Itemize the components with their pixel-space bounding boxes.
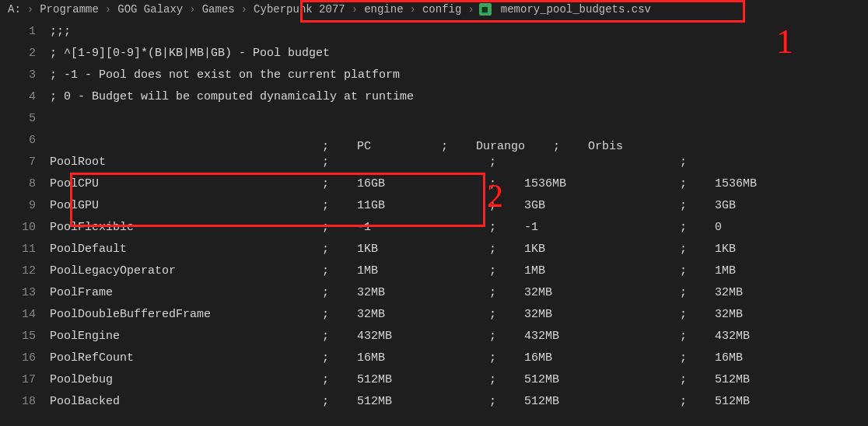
line-number: 5 (0, 112, 50, 125)
chevron-right-icon: › (27, 3, 33, 16)
table-row[interactable]: PoolFrame; 32MB; 32MB; 32MB (50, 286, 868, 299)
code-line[interactable]: ; -1 - Pool does not exist on the curren… (50, 68, 868, 82)
breadcrumb-games[interactable]: Games (201, 3, 236, 16)
pool-orbis: 0 (715, 221, 722, 234)
code-line-header[interactable]: ; PC ; Durango ; Orbis (50, 127, 868, 153)
pool-name: PoolGPU (50, 199, 99, 212)
breadcrumb-engine[interactable]: engine (362, 3, 404, 16)
pool-durango: 1MB (524, 264, 545, 278)
pool-name: PoolCPU (50, 177, 99, 190)
line-number: 16 (0, 351, 50, 365)
pool-pc: 16MB (357, 351, 385, 365)
pool-pc: 32MB (357, 286, 385, 299)
table-row[interactable]: PoolDebug; 512MB; 512MB; 512MB (50, 373, 868, 386)
line-number: 4 (0, 90, 50, 103)
pool-durango: 16MB (524, 351, 552, 365)
line-number-gutter: 1 2 3 4 5 6 7 8 9 10 11 12 13 14 15 16 1… (0, 20, 50, 412)
pool-orbis: 432MB (715, 330, 750, 343)
pool-pc: 512MB (357, 373, 392, 386)
table-row[interactable]: PoolRefCount; 16MB; 16MB; 16MB (50, 351, 868, 365)
pool-orbis: 512MB (715, 373, 750, 386)
pool-name: PoolDebug (50, 373, 113, 386)
line-number: 1 (0, 25, 50, 38)
table-row[interactable]: PoolGPU; 11GB; 3GB; 3GB (50, 199, 868, 212)
pool-pc: 11GB (357, 199, 385, 212)
code-editor[interactable]: 1 2 3 4 5 6 7 8 9 10 11 12 13 14 15 16 1… (0, 20, 868, 412)
breadcrumb-cyberpunk-2077[interactable]: Cyberpunk 2077 (252, 3, 347, 16)
pool-pc: 512MB (357, 395, 392, 408)
pool-durango: 512MB (524, 373, 559, 386)
pool-orbis: 3GB (715, 199, 736, 212)
chevron-right-icon: › (105, 3, 111, 16)
line-number: 10 (0, 221, 50, 234)
pool-durango: 32MB (524, 308, 552, 321)
pool-pc: 16GB (357, 177, 385, 190)
table-row[interactable]: PoolFlexible; -1; -1; 0 (50, 221, 868, 234)
line-number: 15 (0, 330, 50, 343)
breadcrumb-drive[interactable]: A: (6, 3, 23, 16)
col-durango: Durango (476, 140, 525, 153)
table-row[interactable]: PoolCPU; 16GB; 1536MB; 1536MB (50, 177, 868, 190)
pool-name: PoolLegacyOperator (50, 264, 176, 278)
pool-name: PoolFlexible (50, 221, 134, 234)
pool-pc: 32MB (357, 308, 385, 321)
breadcrumb-config[interactable]: config (421, 3, 463, 16)
table-row[interactable]: PoolDoubleBufferedFrame; 32MB; 32MB; 32M… (50, 308, 868, 321)
pool-name: PoolFrame (50, 286, 113, 299)
pool-name: PoolRoot (50, 155, 106, 169)
chevron-right-icon: › (467, 3, 474, 16)
table-row[interactable]: PoolBacked; 512MB; 512MB; 512MB (50, 395, 868, 408)
chevron-right-icon: › (189, 3, 195, 16)
code-line[interactable]: ; ^[1-9][0-9]*(B|KB|MB|GB) - Pool budget (50, 47, 868, 60)
table-row[interactable]: PoolDefault; 1KB; 1KB; 1KB (50, 243, 868, 256)
line-number: 9 (0, 199, 50, 212)
table-row[interactable]: PoolRoot; ; ; (50, 155, 868, 169)
breadcrumb: A: › Programme › GOG Galaxy › Games › Cy… (0, 0, 868, 20)
code-content[interactable]: ;;; ; ^[1-9][0-9]*(B|KB|MB|GB) - Pool bu… (50, 20, 868, 412)
table-row[interactable]: PoolEngine; 432MB; 432MB; 432MB (50, 330, 868, 343)
line-number: 11 (0, 243, 50, 256)
code-line[interactable]: ;;; (50, 25, 868, 38)
line-number: 18 (0, 395, 50, 408)
pool-durango: 1536MB (524, 177, 566, 190)
breadcrumb-gog-galaxy[interactable]: GOG Galaxy (116, 3, 184, 16)
line-number: 2 (0, 47, 50, 60)
pool-pc: 432MB (357, 330, 392, 343)
col-orbis: Orbis (588, 140, 623, 153)
col-pc: PC (357, 140, 371, 153)
pool-durango: -1 (524, 221, 538, 234)
pool-orbis: 1536MB (715, 177, 757, 190)
pool-durango: 3GB (524, 199, 545, 212)
pool-orbis: 32MB (715, 308, 743, 321)
pool-name: PoolRefCount (50, 351, 134, 365)
csv-file-icon: ▦ (479, 3, 492, 16)
line-number: 3 (0, 68, 50, 82)
line-number: 7 (0, 155, 50, 169)
pool-name: PoolEngine (50, 330, 120, 343)
pool-durango: 32MB (524, 286, 552, 299)
pool-orbis: 512MB (715, 395, 750, 408)
pool-durango: 1KB (524, 243, 545, 256)
code-line[interactable]: ; 0 - Budget will be computed dynamicall… (50, 90, 868, 103)
pool-pc: 1KB (357, 243, 378, 256)
pool-name: PoolDefault (50, 243, 127, 256)
line-number: 8 (0, 177, 50, 190)
pool-pc: 1MB (357, 264, 378, 278)
pool-name: PoolBacked (50, 395, 120, 408)
pool-orbis: 1KB (715, 243, 736, 256)
line-number: 13 (0, 286, 50, 299)
pool-orbis: 1MB (715, 264, 736, 278)
chevron-right-icon: › (241, 3, 247, 16)
pool-durango: 432MB (524, 330, 559, 343)
chevron-right-icon: › (352, 3, 358, 16)
breadcrumb-programme[interactable]: Programme (38, 3, 100, 16)
table-row[interactable]: PoolLegacyOperator; 1MB; 1MB; 1MB (50, 264, 868, 278)
chevron-right-icon: › (410, 3, 416, 16)
line-number: 12 (0, 264, 50, 278)
line-number: 6 (0, 134, 50, 147)
pool-pc: -1 (357, 221, 371, 234)
pool-durango: 512MB (524, 395, 559, 408)
breadcrumb-file[interactable]: memory_pool_budgets.csv (499, 3, 653, 16)
pool-orbis: 16MB (715, 351, 743, 365)
pool-name: PoolDoubleBufferedFrame (50, 308, 211, 321)
